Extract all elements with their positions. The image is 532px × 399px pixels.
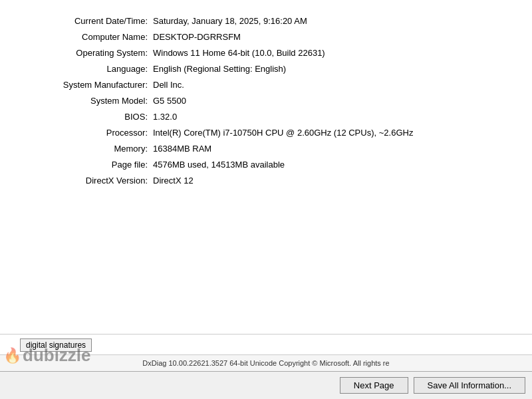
field-value: Intel(R) Core(TM) i7-10750H CPU @ 2.60GH… xyxy=(153,125,512,141)
table-row: Processor:Intel(R) Core(TM) i7-10750H CP… xyxy=(20,125,512,141)
field-label: BIOS: xyxy=(20,109,153,125)
dubizzle-text: dubizzle xyxy=(23,345,91,366)
field-value: Windows 11 Home 64-bit (10.0, Build 2263… xyxy=(153,45,512,61)
action-buttons-row: Next Page Save All Information... xyxy=(0,371,532,399)
field-value: G5 5500 xyxy=(153,93,512,109)
table-row: DirectX Version:DirectX 12 xyxy=(20,173,512,189)
next-page-button[interactable]: Next Page xyxy=(340,377,408,394)
field-value: DirectX 12 xyxy=(153,173,512,189)
field-label: Memory: xyxy=(20,141,153,157)
field-value: 1.32.0 xyxy=(153,109,512,125)
table-row: Memory:16384MB RAM xyxy=(20,141,512,157)
flame-icon: 🔥 xyxy=(3,347,21,364)
footer-text: DxDiag 10.00.22621.3527 64-bit Unicode C… xyxy=(20,359,512,367)
table-row: Current Date/Time:Saturday, January 18, … xyxy=(20,13,512,29)
field-value: Saturday, January 18, 2025, 9:16:20 AM xyxy=(153,13,512,29)
table-row: System Manufacturer:Dell Inc. xyxy=(20,77,512,93)
field-label: System Model: xyxy=(20,93,153,109)
system-info-table: Current Date/Time:Saturday, January 18, … xyxy=(20,13,512,190)
field-value: 16384MB RAM xyxy=(153,141,512,157)
table-row: Computer Name:DESKTOP-DGRRSFM xyxy=(20,29,512,45)
field-label: Computer Name: xyxy=(20,29,153,45)
dxdiag-window: Current Date/Time:Saturday, January 18, … xyxy=(0,0,532,399)
field-label: Page file: xyxy=(20,157,153,173)
table-row: Page file:4576MB used, 14513MB available xyxy=(20,157,512,173)
field-value: 4576MB used, 14513MB available xyxy=(153,157,512,173)
field-value: DESKTOP-DGRRSFM xyxy=(153,29,512,45)
table-row: System Model:G5 5500 xyxy=(20,93,512,109)
save-all-button[interactable]: Save All Information... xyxy=(414,377,525,394)
table-row: Operating System:Windows 11 Home 64-bit … xyxy=(20,45,512,61)
field-label: System Manufacturer: xyxy=(20,77,153,93)
field-value: English (Regional Setting: English) xyxy=(153,61,512,77)
field-label: DirectX Version: xyxy=(20,173,153,189)
field-label: Operating System: xyxy=(20,45,153,61)
field-label: Processor: xyxy=(20,125,153,141)
field-label: Current Date/Time: xyxy=(20,13,153,29)
field-value: Dell Inc. xyxy=(153,77,512,93)
table-row: Language:English (Regional Setting: Engl… xyxy=(20,61,512,77)
table-row: BIOS:1.32.0 xyxy=(20,109,512,125)
dubizzle-watermark: 🔥 dubizzle xyxy=(3,345,91,366)
field-label: Language: xyxy=(20,61,153,77)
main-content: Current Date/Time:Saturday, January 18, … xyxy=(0,0,532,334)
